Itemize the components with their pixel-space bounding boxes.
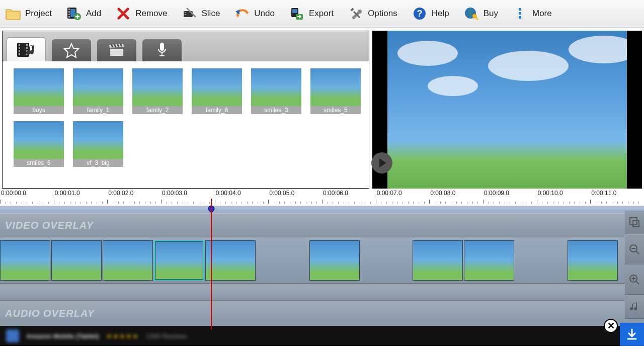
ruler-time-label: 0:00:11.0 xyxy=(591,190,616,197)
slice-button[interactable]: Slice xyxy=(181,6,220,21)
undo-icon xyxy=(234,6,250,21)
overlay-toggle-button[interactable] xyxy=(625,210,644,234)
timeline-clip[interactable] xyxy=(103,240,153,281)
help-button[interactable]: ? Help xyxy=(412,6,449,21)
zoom-out-button[interactable] xyxy=(625,234,644,265)
svg-rect-31 xyxy=(160,43,164,51)
buy-button[interactable]: Buy xyxy=(463,6,498,21)
audio-toggle-button[interactable] xyxy=(625,295,644,319)
spacer-lane[interactable] xyxy=(0,284,644,301)
music-note-icon xyxy=(629,301,640,313)
preview-panel xyxy=(372,31,642,189)
ad-reviews: 2390 Reviews xyxy=(146,332,187,340)
help-icon: ? xyxy=(412,6,428,21)
ruler-time-label: 0:00:07.0 xyxy=(377,190,402,197)
add-button[interactable]: Add xyxy=(66,6,101,21)
ruler-time-label: 0:00:10.0 xyxy=(538,190,563,197)
media-item[interactable]: family_1 xyxy=(73,68,123,114)
timeline-clip[interactable] xyxy=(464,240,514,281)
ad-bar: Amazon Mobile (Tablet) ★★★★★ 2390 Review… xyxy=(0,326,644,346)
ruler-time-label: 0:00:06.0 xyxy=(323,190,348,197)
media-tabs xyxy=(3,31,369,61)
timeline-clip[interactable] xyxy=(413,240,463,281)
star-icon xyxy=(63,42,79,58)
svg-rect-26 xyxy=(26,44,28,46)
video-overlay-lane[interactable]: VIDEO OVERLAY xyxy=(0,213,644,237)
svg-rect-18 xyxy=(519,8,521,11)
timeline-clip-selected[interactable] xyxy=(154,240,204,281)
media-item[interactable]: family_2 xyxy=(132,68,183,114)
media-label: family_1 xyxy=(73,106,123,114)
ad-app-icon xyxy=(6,329,19,342)
zoom-in-button[interactable] xyxy=(625,265,644,295)
media-item[interactable]: smiles_3 xyxy=(251,68,301,114)
ruler-time-label: 0:00:04.0 xyxy=(216,190,241,197)
svg-rect-11 xyxy=(292,9,297,13)
media-item[interactable]: smiles_5 xyxy=(310,68,361,114)
ruler-time-label: 0:00:09.0 xyxy=(484,190,509,197)
media-item[interactable]: vf_3_big xyxy=(73,121,123,167)
tab-media[interactable] xyxy=(7,37,46,61)
play-button[interactable] xyxy=(371,152,392,173)
zoom-in-icon xyxy=(629,274,640,285)
timeline-clip[interactable] xyxy=(568,240,618,281)
media-label: vf_3_big xyxy=(73,159,123,167)
svg-rect-19 xyxy=(519,12,521,15)
media-thumb xyxy=(310,68,361,106)
svg-rect-20 xyxy=(519,16,521,19)
audio-overlay-lane[interactable]: AUDIO OVERLAY xyxy=(0,301,644,326)
svg-rect-24 xyxy=(19,50,20,52)
media-label: smiles_3 xyxy=(251,106,301,114)
timeline-clip[interactable] xyxy=(205,240,256,281)
media-grid: boys family_1 family_2 family_6 smiles_3… xyxy=(3,61,369,188)
video-track[interactable] xyxy=(0,237,644,284)
options-label: Options xyxy=(368,9,397,19)
close-icon: ✕ xyxy=(607,320,615,331)
svg-rect-25 xyxy=(19,53,20,55)
media-thumb xyxy=(132,68,183,106)
remove-button[interactable]: Remove xyxy=(115,6,167,21)
main-toolbar: Project Add Remove Slice Undo Export O xyxy=(0,0,644,28)
media-item[interactable]: family_6 xyxy=(192,68,242,114)
project-button[interactable]: Project xyxy=(5,6,52,21)
tab-clapper[interactable] xyxy=(97,39,136,61)
export-label: Export xyxy=(309,9,334,19)
ruler-time-label: 0:00:02.0 xyxy=(108,190,133,197)
audio-overlay-label: AUDIO OVERLAY xyxy=(5,308,95,319)
slice-label: Slice xyxy=(201,9,220,19)
timeline-clip[interactable] xyxy=(51,240,102,281)
ad-title: Amazon Mobile (Tablet) xyxy=(26,332,99,340)
video-overlay-label: VIDEO OVERLAY xyxy=(5,220,94,231)
more-button[interactable]: More xyxy=(512,6,552,21)
overlay-icon xyxy=(629,217,640,228)
undo-button[interactable]: Undo xyxy=(234,6,275,21)
ruler-strip[interactable] xyxy=(0,206,644,213)
media-label: smiles_6 xyxy=(14,159,64,167)
svg-rect-23 xyxy=(19,47,20,49)
svg-rect-8 xyxy=(185,12,186,13)
ruler-time-label: 0:00:00.0 xyxy=(1,190,26,197)
timeline-ruler[interactable]: 0:00:00.00:00:01.00:00:02.00:00:03.00:00… xyxy=(0,189,644,206)
media-label: family_6 xyxy=(192,106,242,114)
media-item[interactable]: boys xyxy=(14,68,64,114)
svg-rect-2 xyxy=(68,11,70,13)
timeline-clip[interactable] xyxy=(0,240,50,281)
timeline-side-controls xyxy=(625,210,644,319)
svg-rect-3 xyxy=(68,14,70,15)
tab-mic[interactable] xyxy=(142,39,182,61)
undo-label: Undo xyxy=(254,9,275,19)
media-label: family_2 xyxy=(132,106,183,114)
export-button[interactable]: Export xyxy=(289,6,334,21)
media-item[interactable]: smiles_6 xyxy=(14,121,64,167)
ad-close-button[interactable]: ✕ xyxy=(604,319,618,333)
svg-rect-27 xyxy=(26,47,28,49)
timeline-clip[interactable] xyxy=(309,240,360,281)
more-label: More xyxy=(532,9,552,19)
svg-rect-1 xyxy=(68,9,70,10)
ad-download-button[interactable] xyxy=(620,323,644,346)
tab-favorites[interactable] xyxy=(52,39,91,61)
slice-icon xyxy=(181,6,197,21)
ruler-time-label: 0:00:03.0 xyxy=(162,190,187,197)
middle-area: boys family_1 family_2 family_6 smiles_3… xyxy=(0,28,644,189)
options-button[interactable]: Options xyxy=(348,6,397,21)
